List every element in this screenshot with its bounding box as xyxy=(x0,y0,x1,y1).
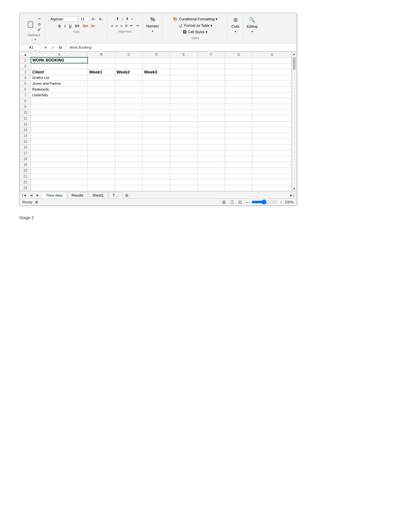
align-bottom-button[interactable]: ⬇ xyxy=(125,16,130,21)
cell-r14-c4[interactable] xyxy=(142,133,170,139)
percent-button[interactable]: % xyxy=(149,16,156,23)
cell-r16-c3[interactable] xyxy=(115,144,142,150)
cell-r21-c8[interactable] xyxy=(252,173,292,179)
cells-button[interactable]: ⊞ xyxy=(232,16,239,23)
cell-r7-c1[interactable]: Underhills xyxy=(31,92,88,98)
cell-r21-c3[interactable] xyxy=(115,173,142,179)
cell-r8-c7[interactable] xyxy=(225,98,252,104)
wrap-text-button[interactable]: ↵ xyxy=(130,16,135,21)
cell-r10-c2[interactable] xyxy=(88,110,115,115)
cell-r20-c4[interactable] xyxy=(142,168,170,173)
cell-r10-c7[interactable] xyxy=(225,110,252,115)
cell-r19-c3[interactable] xyxy=(115,162,142,168)
cell-r23-c7[interactable] xyxy=(225,185,252,191)
align-right-button[interactable]: ≡ xyxy=(120,23,123,28)
col-header-f[interactable]: F xyxy=(197,52,225,58)
cell-r6-c6[interactable] xyxy=(197,86,225,92)
formula-confirm-button[interactable]: ✓ xyxy=(50,45,56,50)
cell-r8-c4[interactable] xyxy=(142,98,170,104)
cell-r14-c7[interactable] xyxy=(225,133,252,139)
cell-r10-c5[interactable] xyxy=(170,110,197,115)
cell-r9-c1[interactable] xyxy=(31,104,88,110)
cell-r12-c5[interactable] xyxy=(170,121,197,127)
cell-r14-c5[interactable] xyxy=(170,133,197,139)
col-header-d[interactable]: D xyxy=(142,52,170,58)
tab-nav-next-button[interactable]: ► xyxy=(35,193,41,198)
cell-r7-c4[interactable] xyxy=(142,92,170,98)
cell-r16-c5[interactable] xyxy=(170,144,197,150)
cell-r10-c4[interactable] xyxy=(142,110,170,115)
cell-r2-c7[interactable] xyxy=(225,63,252,69)
page-break-button[interactable]: ⊟ xyxy=(238,199,243,205)
cell-r20-c5[interactable] xyxy=(170,168,197,173)
cell-styles-button[interactable]: 🖼 Cell Styles ▾ xyxy=(182,29,208,34)
cell-r18-c2[interactable] xyxy=(88,156,115,162)
cell-r1-c4[interactable] xyxy=(142,57,170,63)
align-left-button[interactable]: ≡ xyxy=(110,23,114,28)
cell-r9-c2[interactable] xyxy=(88,104,115,110)
cell-r18-c8[interactable] xyxy=(252,156,292,162)
fill-color-button[interactable]: 🎨▾ xyxy=(82,24,89,28)
cell-r7-c2[interactable] xyxy=(88,92,115,98)
cell-r1-c3[interactable] xyxy=(115,57,142,63)
cell-r14-c8[interactable] xyxy=(252,133,292,139)
format-as-table-button[interactable]: 📊 Format as Table ▾ xyxy=(177,23,213,28)
align-middle-button[interactable]: ↕ xyxy=(121,16,124,21)
cell-r15-c2[interactable] xyxy=(88,139,115,144)
cell-r15-c1[interactable] xyxy=(31,139,88,144)
cell-r4-c5[interactable] xyxy=(170,75,197,81)
paste-button[interactable]: 📋 xyxy=(25,20,35,28)
cell-r3-c5[interactable] xyxy=(170,69,197,75)
cell-r22-c7[interactable] xyxy=(225,179,252,185)
cell-r21-c7[interactable] xyxy=(225,173,252,179)
cell-r10-c8[interactable] xyxy=(252,110,292,115)
cell-r5-c3[interactable] xyxy=(115,81,142,86)
cut-button[interactable]: ✂ xyxy=(37,16,42,21)
cell-r15-c7[interactable] xyxy=(225,139,252,144)
align-center-button[interactable]: ≡ xyxy=(115,23,119,28)
col-header-c[interactable]: C xyxy=(115,52,142,58)
cell-r18-c7[interactable] xyxy=(225,156,252,162)
cell-r15-c3[interactable] xyxy=(115,139,142,144)
normal-view-button[interactable]: ⊞ xyxy=(221,199,227,205)
cell-r7-c7[interactable] xyxy=(225,92,252,98)
cell-r13-c5[interactable] xyxy=(170,127,197,133)
cell-r9-c4[interactable] xyxy=(142,104,170,110)
cell-r6-c8[interactable] xyxy=(252,86,292,92)
cell-r9-c7[interactable] xyxy=(225,104,252,110)
indent-decrease-button[interactable]: ⇤ xyxy=(129,23,134,28)
cell-r1-c5[interactable] xyxy=(170,57,197,63)
cell-r5-c5[interactable] xyxy=(170,81,197,86)
cell-r4-c1[interactable]: Smiths Ltd xyxy=(31,75,88,81)
cell-r23-c2[interactable] xyxy=(88,185,115,191)
cell-r4-c6[interactable] xyxy=(197,75,225,81)
cell-r18-c5[interactable] xyxy=(170,156,197,162)
cell-r4-c4[interactable] xyxy=(142,75,170,81)
cell-r19-c4[interactable] xyxy=(142,162,170,168)
cell-r5-c4[interactable] xyxy=(142,81,170,86)
sheet-tab-time-data[interactable]: Time data xyxy=(42,192,67,198)
cell-r1-c7[interactable] xyxy=(225,57,252,63)
cell-r15-c4[interactable] xyxy=(142,139,170,144)
cell-r21-c5[interactable] xyxy=(170,173,197,179)
cell-r3-c8[interactable] xyxy=(252,69,292,75)
cell-r1-c1[interactable]: WORK BOOKING xyxy=(31,57,88,63)
cell-r17-c3[interactable] xyxy=(115,150,142,156)
cell-r4-c2[interactable] xyxy=(88,75,115,81)
cell-r14-c1[interactable] xyxy=(31,133,88,139)
col-header-h[interactable]: H xyxy=(252,52,292,58)
cell-r18-c4[interactable] xyxy=(142,156,170,162)
cell-r13-c8[interactable] xyxy=(252,127,292,133)
tab-nav-first-button[interactable]: |◄ xyxy=(21,193,28,198)
tab-scroll-right-button[interactable]: ►| xyxy=(288,192,296,198)
cell-r10-c1[interactable] xyxy=(31,110,88,115)
cell-r21-c2[interactable] xyxy=(88,173,115,179)
cell-r19-c5[interactable] xyxy=(170,162,197,168)
align-top-button[interactable]: ⬆ xyxy=(115,16,120,21)
cell-r3-c3[interactable]: Week2 xyxy=(115,69,142,75)
clipboard-expand[interactable]: ⌄ ✦ xyxy=(31,38,37,41)
cell-r10-c3[interactable] xyxy=(115,110,142,115)
cell-r14-c2[interactable] xyxy=(88,133,115,139)
cell-r7-c3[interactable] xyxy=(115,92,142,98)
cell-r15-c5[interactable] xyxy=(170,139,197,144)
